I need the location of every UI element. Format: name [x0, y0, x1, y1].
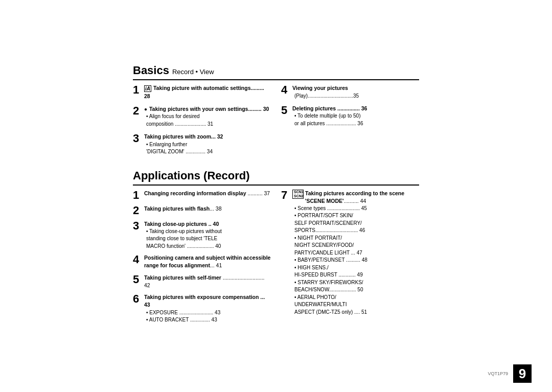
basics-entry-5-main: Deleting pictures ............... 36	[292, 105, 419, 112]
basics-entry-2: 2 ● Taking pictures with your own settin…	[133, 105, 271, 128]
app-entry-4: 4 Positioning camera and subject within …	[133, 254, 271, 269]
app-entry-2-number: 2	[133, 205, 142, 216]
basics-entry-5-number: 5	[281, 105, 290, 116]
app-entry-7-sub10: HI-SPEED BURST ............ 49	[292, 271, 419, 279]
app-entry-3-number: 3	[133, 220, 142, 232]
applications-section: Applications (Record) 1 Changing recordi…	[133, 169, 419, 328]
basics-entry-1-main: iA Taking picture with automatic setting…	[144, 84, 271, 100]
basics-entry-2-sub2: composition ...................... 31	[144, 121, 271, 128]
app-entry-7-sub12: BEACH/SNOW................... 50	[292, 286, 419, 294]
app-entry-4-number: 4	[133, 254, 142, 265]
app-entry-7-sub8: • BABY/PET/SUNSET .......... 48	[292, 257, 419, 264]
app-entry-6-number: 6	[133, 293, 142, 305]
app-entry-7-sub11: • STARRY SKY/FIREWORKS/	[292, 279, 419, 287]
basics-entry-2-number: 2	[133, 105, 142, 117]
app-entry-1-number: 1	[133, 190, 142, 201]
basics-entry-5-sub2: or all pictures ..................... 36	[292, 120, 419, 128]
page: Basics Record • View 1 iA Taking picture…	[0, 0, 552, 392]
app-grid: 1 Changing recording information display…	[133, 190, 419, 328]
app-entry-6-sub2: • AUTO BRACKET .............. 43	[144, 316, 271, 324]
app-entry-5-main: Taking pictures with self-timer	[144, 274, 221, 281]
app-entry-7-sub1: • Scene types ....................... 45	[292, 205, 419, 213]
footer-code: VQT1P79	[488, 371, 508, 376]
app-entry-7-sub9: • HIGH SENS./	[292, 264, 419, 272]
camera-icon: ●	[144, 106, 147, 113]
app-entry-6-sub1: • EXPOSURE ........................ 43	[144, 309, 271, 317]
app-entry-7-number: 7	[281, 190, 290, 201]
app-entry-5: 5 Taking pictures with self-timer ......…	[133, 274, 271, 289]
app-entry-1-content: Changing recording information display .…	[144, 190, 271, 197]
app-entry-6-main: Taking pictures with exposure compensati…	[144, 293, 271, 309]
app-entry-7-content: SCN1 SCN2 Taking pictures according to t…	[292, 190, 419, 316]
app-entry-5-content: Taking pictures with self-timer ........…	[144, 274, 271, 289]
basics-title: Basics Record • View	[133, 64, 419, 80]
basics-entry-4-main: Viewing your pictures	[292, 84, 419, 92]
footer: VQT1P79 9	[488, 364, 532, 383]
basics-grid: 1 iA Taking picture with automatic setti…	[133, 84, 419, 160]
app-entry-3: 3 Taking close-up pictures .. 40 • Takin…	[133, 220, 271, 250]
basics-entry-3-sub1: • Enlarging further	[144, 141, 271, 149]
scn1-icon: SCN1	[294, 190, 302, 194]
footer-page: 9	[513, 364, 532, 383]
app-entry-7: 7 SCN1 SCN2 Taking pictures according to…	[281, 190, 419, 316]
app-entry-7-sub6: NIGHT SCENERY/FOOD/	[292, 242, 419, 249]
app-entry-7-sub7: PARTY/CANDLE LIGHT ... 47	[292, 249, 419, 257]
applications-title-text: Applications (Record)	[133, 169, 250, 182]
app-entry-7-sub5: • NIGHT PORTRAIT/	[292, 235, 419, 242]
app-entry-2-content: Taking pictures with flash... 38	[144, 205, 271, 213]
app-entry-7-sub15: ASPECT (DMC-TZ5 only) .... 51	[292, 309, 419, 316]
app-entry-1: 1 Changing recording information display…	[133, 190, 271, 201]
applications-title: Applications (Record)	[133, 169, 419, 186]
app-entry-6-content: Taking pictures with exposure compensati…	[144, 293, 271, 324]
basics-entry-3: 3 Taking pictures with zoom... 32 • Enla…	[133, 133, 271, 155]
app-entry-3-sub1: • Taking close-up pictures without	[144, 228, 271, 236]
basics-subtitle: Record • View	[172, 68, 214, 76]
basics-entry-3-main: Taking pictures with zoom... 32	[144, 133, 271, 141]
app-entry-7-sub13: • AERIAL PHOTO/	[292, 294, 419, 302]
basics-section: Basics Record • View 1 iA Taking picture…	[133, 64, 419, 160]
basics-entry-5: 5 Deleting pictures ............... 36 •…	[281, 105, 419, 127]
app-entry-7-main: Taking pictures according to the scene '…	[305, 190, 404, 204]
app-entry-7-title: Taking pictures according to the scene '…	[305, 190, 419, 205]
basics-entry-3-number: 3	[133, 133, 142, 144]
basics-left-col: 1 iA Taking picture with automatic setti…	[133, 84, 271, 160]
basics-right-col: 4 Viewing your pictures (Play)..........…	[281, 84, 419, 160]
app-entry-7-sub3: SELF PORTRAIT/SCENERY/	[292, 220, 419, 227]
app-entry-7-sub4: SPORTS.............................. 46	[292, 227, 419, 235]
app-entry-3-sub3: MACRO function' ................... 40	[144, 243, 271, 250]
app-entry-6: 6 Taking pictures with exposure compensa…	[133, 293, 271, 324]
app-right-col: 7 SCN1 SCN2 Taking pictures according to…	[281, 190, 419, 328]
basics-entry-4-content: Viewing your pictures (Play)............…	[292, 84, 419, 100]
scn-icon-container: SCN1 SCN2	[292, 190, 304, 199]
app-entry-4-content: Positioning camera and subject within ac…	[144, 254, 271, 269]
basics-title-text: Basics	[133, 64, 169, 77]
app-left-col: 1 Changing recording information display…	[133, 190, 271, 328]
scn2-icon: SCN2	[294, 194, 302, 198]
basics-entry-1-number: 1	[133, 84, 142, 96]
basics-entry-3-content: Taking pictures with zoom... 32 • Enlarg…	[144, 133, 271, 155]
app-entry-2: 2 Taking pictures with flash... 38	[133, 205, 271, 216]
content-area: Basics Record • View 1 iA Taking picture…	[133, 54, 419, 338]
app-entry-3-content: Taking close-up pictures .. 40 • Taking …	[144, 220, 271, 250]
basics-entry-5-sub1: • To delete multiple (up to 50)	[292, 112, 419, 120]
basics-entry-4-sub: (Play)................................35	[292, 93, 419, 100]
basics-entry-2-content: ● Taking pictures with your own settings…	[144, 105, 271, 128]
app-entry-7-sub14: UNDERWATER/MULTI	[292, 301, 419, 309]
app-entry-4-main: Positioning camera and subject within ac…	[144, 255, 270, 268]
ia-icon: iA	[144, 85, 151, 92]
basics-entry-2-main: ● Taking pictures with your own settings…	[144, 105, 271, 113]
app-entry-2-main: Taking pictures with flash	[144, 205, 210, 212]
basics-entry-1: 1 iA Taking picture with automatic setti…	[133, 84, 271, 100]
basics-entry-3-sub2: 'DIGITAL ZOOM' .............. 34	[144, 148, 271, 156]
basics-entry-4: 4 Viewing your pictures (Play)..........…	[281, 84, 419, 100]
app-entry-3-main: Taking close-up pictures .. 40	[144, 220, 271, 228]
basics-entry-4-number: 4	[281, 84, 290, 96]
app-entry-3-sub2: standing close to subject 'TELE	[144, 235, 271, 243]
app-entry-5-number: 5	[133, 274, 142, 285]
app-entry-7-sub2: • PORTRAIT/SOFT SKIN/	[292, 212, 419, 220]
basics-entry-1-content: iA Taking picture with automatic setting…	[144, 84, 271, 100]
app-entry-7-header: SCN1 SCN2 Taking pictures according to t…	[292, 190, 419, 205]
basics-entry-2-sub1: • Align focus for desired	[144, 113, 271, 121]
basics-entry-5-content: Deleting pictures ............... 36 • T…	[292, 105, 419, 127]
app-entry-1-main: Changing recording information display	[144, 190, 246, 196]
